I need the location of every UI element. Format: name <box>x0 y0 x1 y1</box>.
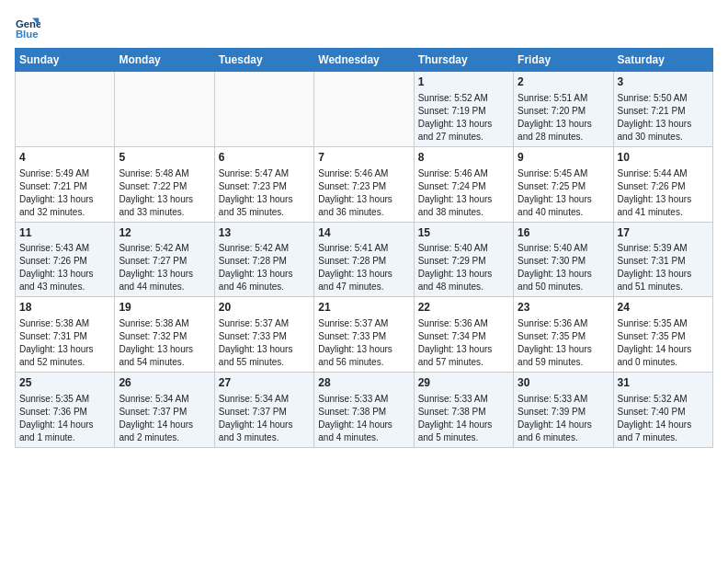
day-info: and 2 minutes. <box>119 431 210 444</box>
day-info: Sunrise: 5:47 AM <box>219 167 310 180</box>
day-number: 7 <box>318 150 409 166</box>
day-info: Sunrise: 5:40 AM <box>418 242 509 255</box>
calendar-cell: 11Sunrise: 5:43 AMSunset: 7:26 PMDayligh… <box>16 222 115 297</box>
day-info: Daylight: 14 hours <box>19 419 110 431</box>
day-info: and 55 minutes. <box>219 356 310 369</box>
day-info: Sunrise: 5:41 AM <box>318 242 409 255</box>
day-info: Sunrise: 5:38 AM <box>19 317 110 330</box>
day-info: and 50 minutes. <box>518 281 609 293</box>
day-info: Sunset: 7:38 PM <box>418 406 509 419</box>
day-info: Sunset: 7:37 PM <box>219 406 310 419</box>
day-info: Daylight: 13 hours <box>518 343 609 356</box>
calendar-cell: 20Sunrise: 5:37 AMSunset: 7:33 PMDayligh… <box>214 297 313 373</box>
day-info: Sunrise: 5:43 AM <box>19 242 110 255</box>
day-number: 17 <box>618 225 709 241</box>
day-info: Sunrise: 5:35 AM <box>19 393 110 406</box>
day-info: Sunset: 7:37 PM <box>119 406 210 419</box>
day-info: Daylight: 14 hours <box>418 419 509 431</box>
day-info: Daylight: 13 hours <box>418 193 509 206</box>
day-info: Sunset: 7:20 PM <box>518 105 609 118</box>
svg-text:Blue: Blue <box>16 29 39 40</box>
calendar-cell: 28Sunrise: 5:33 AMSunset: 7:38 PMDayligh… <box>314 373 414 448</box>
calendar-cell: 16Sunrise: 5:40 AMSunset: 7:30 PMDayligh… <box>514 222 613 297</box>
day-number: 11 <box>19 225 110 241</box>
day-info: Sunrise: 5:39 AM <box>618 242 709 255</box>
day-info: Sunset: 7:31 PM <box>618 255 709 268</box>
calendar-cell: 3Sunrise: 5:50 AMSunset: 7:21 PMDaylight… <box>613 72 712 147</box>
day-info: Sunset: 7:29 PM <box>418 255 509 268</box>
day-number: 6 <box>219 150 310 166</box>
day-number: 13 <box>219 225 310 241</box>
calendar-cell: 8Sunrise: 5:46 AMSunset: 7:24 PMDaylight… <box>414 146 513 222</box>
day-info: Daylight: 14 hours <box>119 419 210 431</box>
day-info: Daylight: 14 hours <box>518 419 609 431</box>
day-info: Sunset: 7:33 PM <box>219 330 310 343</box>
day-number: 30 <box>518 375 609 391</box>
calendar-cell: 14Sunrise: 5:41 AMSunset: 7:28 PMDayligh… <box>314 222 414 297</box>
day-info: Sunset: 7:38 PM <box>318 406 409 419</box>
day-number: 14 <box>318 225 409 241</box>
day-info: Sunrise: 5:36 AM <box>518 317 609 330</box>
day-info: Daylight: 13 hours <box>219 193 310 206</box>
calendar-cell: 2Sunrise: 5:51 AMSunset: 7:20 PMDaylight… <box>514 72 613 147</box>
week-row-4: 18Sunrise: 5:38 AMSunset: 7:31 PMDayligh… <box>16 297 713 373</box>
day-info: Daylight: 13 hours <box>19 343 110 356</box>
day-info: Daylight: 14 hours <box>618 343 709 356</box>
day-info: Daylight: 13 hours <box>318 343 409 356</box>
day-info: Sunrise: 5:33 AM <box>518 393 609 406</box>
day-info: Daylight: 13 hours <box>19 193 110 206</box>
day-info: and 46 minutes. <box>219 281 310 293</box>
calendar-cell: 24Sunrise: 5:35 AMSunset: 7:35 PMDayligh… <box>613 297 712 373</box>
calendar-cell: 10Sunrise: 5:44 AMSunset: 7:26 PMDayligh… <box>613 146 712 222</box>
day-info: and 6 minutes. <box>518 431 609 444</box>
day-number: 9 <box>518 150 609 166</box>
day-info: and 35 minutes. <box>219 206 310 219</box>
calendar-cell: 19Sunrise: 5:38 AMSunset: 7:32 PMDayligh… <box>115 297 214 373</box>
day-info: and 27 minutes. <box>418 131 509 144</box>
calendar-cell <box>115 72 214 147</box>
week-row-2: 4Sunrise: 5:49 AMSunset: 7:21 PMDaylight… <box>16 146 713 222</box>
day-info: Sunrise: 5:34 AM <box>119 393 210 406</box>
day-info: Daylight: 13 hours <box>418 268 509 281</box>
calendar-cell: 15Sunrise: 5:40 AMSunset: 7:29 PMDayligh… <box>414 222 513 297</box>
calendar-cell: 5Sunrise: 5:48 AMSunset: 7:22 PMDaylight… <box>115 146 214 222</box>
day-info: Daylight: 13 hours <box>219 268 310 281</box>
day-info: and 57 minutes. <box>418 356 509 369</box>
day-info: and 4 minutes. <box>318 431 409 444</box>
calendar-cell: 30Sunrise: 5:33 AMSunset: 7:39 PMDayligh… <box>514 373 613 448</box>
day-info: Daylight: 13 hours <box>618 118 709 131</box>
day-number: 5 <box>119 150 210 166</box>
day-number: 3 <box>618 75 709 90</box>
day-info: Sunset: 7:34 PM <box>418 330 509 343</box>
page-header: General Blue <box>15 15 713 40</box>
calendar-cell: 18Sunrise: 5:38 AMSunset: 7:31 PMDayligh… <box>16 297 115 373</box>
calendar-table: SundayMondayTuesdayWednesdayThursdayFrid… <box>15 48 713 448</box>
day-number: 21 <box>318 300 409 316</box>
day-info: Sunrise: 5:42 AM <box>219 242 310 255</box>
day-info: Sunrise: 5:49 AM <box>19 167 110 180</box>
day-number: 15 <box>418 225 509 241</box>
day-info: Sunrise: 5:34 AM <box>219 393 310 406</box>
day-number: 31 <box>618 375 709 391</box>
day-info: and 7 minutes. <box>618 431 709 444</box>
day-info: Daylight: 14 hours <box>618 419 709 431</box>
day-info: and 5 minutes. <box>418 431 509 444</box>
weekday-header-sunday: Sunday <box>16 49 115 72</box>
weekday-header-saturday: Saturday <box>613 49 712 72</box>
day-info: and 28 minutes. <box>518 131 609 144</box>
day-info: and 43 minutes. <box>19 281 110 293</box>
day-info: Sunrise: 5:37 AM <box>219 317 310 330</box>
weekday-header-monday: Monday <box>115 49 214 72</box>
calendar-cell: 26Sunrise: 5:34 AMSunset: 7:37 PMDayligh… <box>115 373 214 448</box>
day-info: and 51 minutes. <box>618 281 709 293</box>
day-info: Daylight: 13 hours <box>19 268 110 281</box>
calendar-cell: 4Sunrise: 5:49 AMSunset: 7:21 PMDaylight… <box>16 146 115 222</box>
day-info: Sunset: 7:19 PM <box>418 105 509 118</box>
day-info: and 32 minutes. <box>19 206 110 219</box>
day-info: and 30 minutes. <box>618 131 709 144</box>
day-number: 27 <box>219 375 310 391</box>
day-info: Sunset: 7:28 PM <box>318 255 409 268</box>
day-number: 25 <box>19 375 110 391</box>
day-info: and 3 minutes. <box>219 431 310 444</box>
calendar-cell: 27Sunrise: 5:34 AMSunset: 7:37 PMDayligh… <box>214 373 313 448</box>
